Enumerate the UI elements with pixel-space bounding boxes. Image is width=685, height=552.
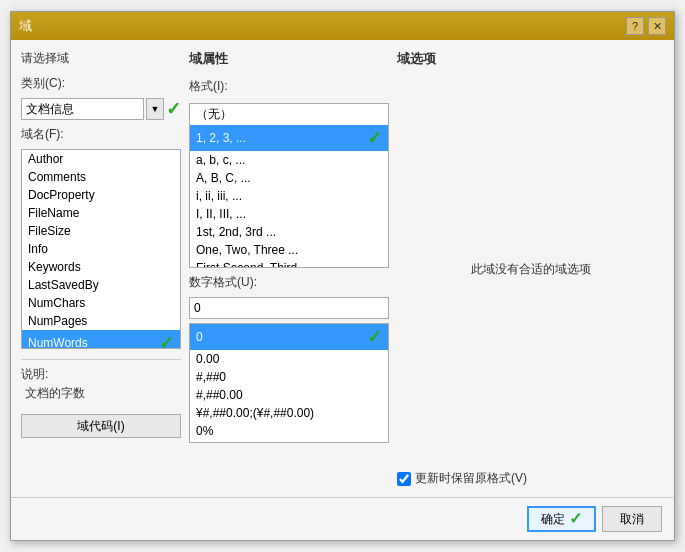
cancel-button[interactable]: 取消 <box>602 506 662 532</box>
field-list-item[interactable]: NumPages <box>22 312 180 330</box>
category-dropdown-arrow[interactable]: ▼ <box>146 98 164 120</box>
field-list-item[interactable]: Keywords <box>22 258 180 276</box>
field-list-item[interactable]: DocProperty <box>22 186 180 204</box>
format-list-item[interactable]: （无） <box>190 104 388 125</box>
field-list-item[interactable]: Author <box>22 150 180 168</box>
num-format-list-item[interactable]: #,##0 <box>190 368 388 386</box>
format-list-item[interactable]: i, ii, iii, ... <box>190 187 388 205</box>
field-list-item[interactable]: LastSavedBy <box>22 276 180 294</box>
close-button[interactable]: ✕ <box>648 17 666 35</box>
num-format-list-item[interactable]: 0.00% <box>190 440 388 443</box>
middle-panel: 域属性 格式(I): （无）1, 2, 3, ...✓a, b, c, ...A… <box>189 50 389 487</box>
format-list-item[interactable]: A, B, C, ... <box>190 169 388 187</box>
bottom-bar: 确定 ✓ 取消 <box>11 497 674 540</box>
title-bar: 域 ? ✕ <box>11 12 674 40</box>
field-list-item[interactable]: FileSize <box>22 222 180 240</box>
format-list-item[interactable]: First Second, Third ... <box>190 259 388 268</box>
field-list[interactable]: AuthorCommentsDocPropertyFileNameFileSiz… <box>21 149 181 349</box>
field-code-button[interactable]: 域代码(I) <box>21 414 181 438</box>
num-format-input[interactable] <box>189 297 389 319</box>
field-list-item[interactable]: Info <box>22 240 180 258</box>
format-list-item[interactable]: a, b, c, ... <box>190 151 388 169</box>
dialog-body: 请选择域 类别(C): 文档信息 ▼ ✓ 域名(F): AuthorCommen… <box>11 40 674 497</box>
num-format-list-item[interactable]: 0% <box>190 422 388 440</box>
field-properties-title: 域属性 <box>189 50 389 68</box>
format-label: 格式(I): <box>189 78 389 95</box>
field-list-item[interactable]: Comments <box>22 168 180 186</box>
category-label: 类别(C): <box>21 75 181 92</box>
ok-checkmark: ✓ <box>569 511 582 527</box>
format-list-item[interactable]: One, Two, Three ... <box>190 241 388 259</box>
description-area: 说明: 文档的字数 <box>21 359 181 402</box>
num-format-list-item[interactable]: ¥#,##0.00;(¥#,##0.00) <box>190 404 388 422</box>
num-format-list[interactable]: 0✓0.00#,##0#,##0.00¥#,##0.00;(¥#,##0.00)… <box>189 323 389 443</box>
no-options-message: 此域没有合适的域选项 <box>397 76 664 462</box>
dialog-title: 域 <box>19 17 32 35</box>
num-format-section: 数字格式(U): 0✓0.00#,##0#,##0.00¥#,##0.00;(¥… <box>189 274 389 443</box>
num-format-list-item[interactable]: #,##0.00 <box>190 386 388 404</box>
num-format-list-item[interactable]: 0✓ <box>190 324 388 350</box>
num-format-label: 数字格式(U): <box>189 274 389 291</box>
right-panel: 域选项 此域没有合适的域选项 更新时保留原格式(V) <box>397 50 664 487</box>
format-list-item[interactable]: 1, 2, 3, ...✓ <box>190 125 388 151</box>
preserve-format-row: 更新时保留原格式(V) <box>397 462 664 487</box>
field-list-item[interactable]: NumWords✓ <box>22 330 180 349</box>
help-button[interactable]: ? <box>626 17 644 35</box>
format-list-item[interactable]: I, II, III, ... <box>190 205 388 223</box>
select-field-title: 请选择域 <box>21 50 181 67</box>
field-options-title: 域选项 <box>397 50 664 68</box>
format-list[interactable]: （无）1, 2, 3, ...✓a, b, c, ...A, B, C, ...… <box>189 103 389 268</box>
category-combo[interactable]: 文档信息 <box>21 98 144 120</box>
dialog-window: 域 ? ✕ 请选择域 类别(C): 文档信息 ▼ ✓ 域名(F): Author… <box>10 11 675 541</box>
field-name-label: 域名(F): <box>21 126 181 143</box>
category-combo-row: 文档信息 ▼ ✓ <box>21 98 181 120</box>
format-list-item[interactable]: 1st, 2nd, 3rd ... <box>190 223 388 241</box>
field-list-item[interactable]: FileName <box>22 204 180 222</box>
ok-button[interactable]: 确定 ✓ <box>527 506 596 532</box>
num-format-list-item[interactable]: 0.00 <box>190 350 388 368</box>
title-bar-buttons: ? ✕ <box>626 17 666 35</box>
field-list-item[interactable]: NumChars <box>22 294 180 312</box>
preserve-format-label[interactable]: 更新时保留原格式(V) <box>415 470 527 487</box>
left-panel: 请选择域 类别(C): 文档信息 ▼ ✓ 域名(F): AuthorCommen… <box>21 50 181 487</box>
category-checkmark: ✓ <box>166 100 181 118</box>
preserve-format-checkbox[interactable] <box>397 472 411 486</box>
